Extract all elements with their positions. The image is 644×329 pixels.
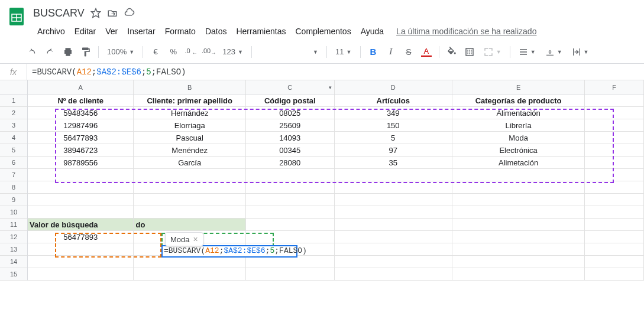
menu-editar[interactable]: Editar: [70, 24, 101, 38]
cell[interactable]: Hernández: [134, 107, 245, 119]
cell[interactable]: [335, 169, 452, 181]
bold-icon[interactable]: B: [365, 44, 381, 60]
cell[interactable]: Nº de cliente: [28, 95, 134, 106]
paint-format-icon[interactable]: [78, 44, 93, 60]
cell[interactable]: [335, 243, 452, 255]
currency-icon[interactable]: €: [148, 44, 163, 60]
cell[interactable]: [585, 231, 644, 243]
col-header[interactable]: A: [28, 80, 134, 94]
cell[interactable]: 25609: [246, 119, 335, 131]
cell[interactable]: [452, 219, 585, 230]
cell[interactable]: [335, 268, 452, 280]
cell[interactable]: 56477893: [28, 231, 134, 243]
cell[interactable]: Librería: [452, 119, 585, 131]
decimal-increase-icon[interactable]: .00→: [201, 44, 216, 60]
col-header[interactable]: D: [335, 80, 452, 94]
cell[interactable]: [335, 256, 452, 268]
row-header[interactable]: 4: [0, 132, 27, 144]
cell[interactable]: [452, 268, 585, 280]
row-header[interactable]: 10: [0, 206, 27, 219]
cell[interactable]: [335, 181, 452, 193]
row-header[interactable]: 14: [0, 256, 27, 268]
cell[interactable]: [585, 181, 644, 193]
cell[interactable]: [335, 231, 452, 243]
cell[interactable]: [28, 243, 134, 255]
row-header[interactable]: 7: [0, 169, 27, 181]
move-icon[interactable]: [107, 8, 118, 18]
cell[interactable]: [585, 107, 644, 119]
row-header[interactable]: 13: [0, 243, 27, 256]
cell[interactable]: [585, 206, 644, 218]
cell[interactable]: 28080: [246, 157, 335, 168]
cell[interactable]: do: [134, 219, 245, 230]
cell[interactable]: [246, 194, 335, 206]
cell[interactable]: 35: [335, 157, 452, 168]
fill-color-icon[interactable]: [444, 44, 459, 60]
zoom-select[interactable]: 100%▼: [103, 44, 138, 60]
cell[interactable]: [28, 256, 134, 268]
cell[interactable]: García: [134, 157, 245, 168]
text-color-icon[interactable]: A: [419, 44, 434, 60]
row-header[interactable]: 8: [0, 181, 27, 194]
cell[interactable]: [585, 268, 644, 280]
cell[interactable]: [246, 169, 335, 181]
sheets-logo[interactable]: [5, 5, 28, 28]
last-edit-link[interactable]: La última modificación se ha realizado: [396, 27, 536, 36]
cell[interactable]: 5: [335, 132, 452, 144]
row-header[interactable]: 2: [0, 107, 27, 119]
cell[interactable]: [335, 206, 452, 218]
cell[interactable]: [585, 243, 644, 255]
menu-insertar[interactable]: Insertar: [123, 24, 159, 38]
col-header[interactable]: C▾: [246, 80, 335, 94]
cell[interactable]: Código postal: [246, 95, 335, 106]
col-header[interactable]: E: [452, 80, 585, 94]
cell[interactable]: [246, 181, 335, 193]
cell[interactable]: [585, 219, 644, 230]
cell[interactable]: Categorías de producto: [452, 95, 585, 106]
font-size-select[interactable]: 11▼: [332, 44, 355, 60]
menu-datos[interactable]: Datos: [201, 24, 231, 38]
cell[interactable]: [246, 268, 335, 280]
print-icon[interactable]: [60, 44, 76, 60]
cell[interactable]: [335, 219, 452, 230]
cell[interactable]: Artículos: [335, 95, 452, 106]
cell[interactable]: [452, 194, 585, 206]
cell[interactable]: [134, 268, 245, 280]
cell[interactable]: [452, 206, 585, 218]
cell[interactable]: [585, 194, 644, 206]
col-header[interactable]: F: [585, 80, 644, 94]
cell[interactable]: Alimentación: [452, 107, 585, 119]
cell[interactable]: [134, 194, 245, 206]
cell[interactable]: Alimetación: [452, 157, 585, 168]
number-format-select[interactable]: 123▼: [219, 44, 247, 60]
percent-icon[interactable]: %: [166, 44, 181, 60]
cell[interactable]: 00345: [246, 144, 335, 156]
cell[interactable]: Valor de búsqueda: [28, 219, 134, 230]
cell[interactable]: [246, 256, 335, 268]
merge-cells-icon[interactable]: ▼: [480, 44, 505, 60]
strikethrough-icon[interactable]: S: [401, 44, 416, 60]
row-header[interactable]: 6: [0, 157, 27, 169]
cell[interactable]: [585, 157, 644, 168]
cell[interactable]: [134, 169, 245, 181]
filter-icon[interactable]: ▾: [329, 84, 332, 90]
menu-formato[interactable]: Formato: [161, 24, 200, 38]
cell[interactable]: [28, 169, 134, 181]
cell[interactable]: [28, 194, 134, 206]
cell[interactable]: [452, 243, 585, 255]
cell[interactable]: 14093: [246, 132, 335, 144]
star-icon[interactable]: [90, 8, 101, 18]
menu-complementos[interactable]: Complementos: [291, 24, 355, 38]
cell[interactable]: [585, 119, 644, 131]
cell[interactable]: [246, 231, 335, 243]
row-header[interactable]: 9: [0, 194, 27, 206]
col-header[interactable]: B: [134, 80, 245, 94]
cells-grid[interactable]: Moda × =BUSCARV(A12;$A$2:$E$6;5;FALSO) N…: [28, 95, 644, 281]
cell[interactable]: Elorriaga: [134, 119, 245, 131]
cell[interactable]: [28, 181, 134, 193]
cloud-icon[interactable]: [124, 8, 135, 18]
cell[interactable]: Moda: [452, 132, 585, 144]
cell[interactable]: [585, 256, 644, 268]
cell[interactable]: 12987496: [28, 119, 134, 131]
cell[interactable]: [246, 219, 335, 230]
